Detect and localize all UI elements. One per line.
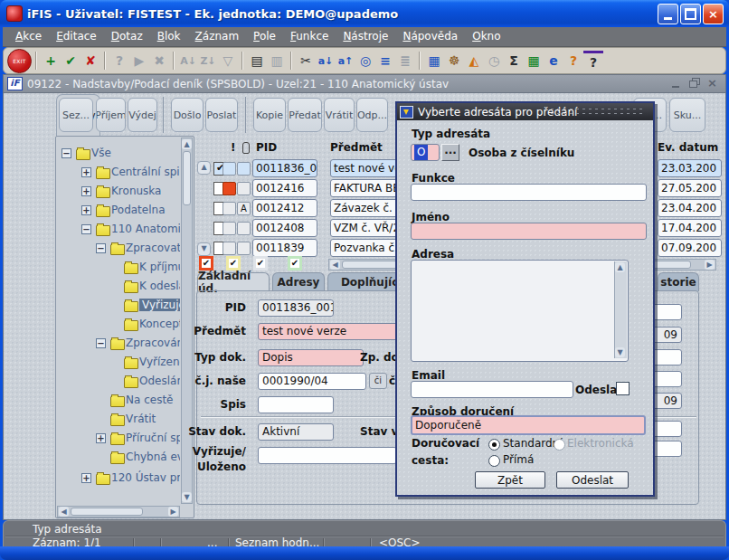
- print-setup-icon[interactable]: ▥: [267, 51, 287, 71]
- maximize-button[interactable]: [680, 4, 701, 24]
- minimize-button[interactable]: [658, 4, 678, 24]
- tree-item-vyrizeno[interactable]: Vyřízeno: [57, 355, 180, 371]
- tab-historie-partial[interactable]: storie: [658, 272, 699, 291]
- tree-item-vratit[interactable]: Vrátit: [57, 412, 180, 428]
- back-button[interactable]: Zpět: [475, 471, 545, 489]
- kopie-button[interactable]: Kopie: [253, 98, 286, 132]
- expander-icon[interactable]: +: [81, 205, 91, 215]
- sum-icon[interactable]: Σ: [504, 51, 524, 71]
- expander-icon[interactable]: +: [81, 167, 91, 177]
- cell-evdate[interactable]: 17.04.200: [658, 219, 722, 237]
- tree-item-centralni[interactable]: +Centrální spisovn: [57, 165, 180, 181]
- cell-evdate[interactable]: 07.09.200: [658, 239, 722, 257]
- hierarchy-icon[interactable]: ≣: [395, 51, 415, 71]
- menu-zaznam[interactable]: Záznam: [188, 27, 247, 46]
- cut-icon[interactable]: ✂: [296, 51, 316, 71]
- filter-green-checkbox[interactable]: ✔: [288, 256, 302, 271]
- delete-record-icon[interactable]: ✘: [80, 51, 100, 71]
- cell-evdate[interactable]: 27.05.200: [658, 179, 722, 197]
- scroll-right-icon[interactable]: ▶: [168, 507, 178, 517]
- tree-item-zpracovano[interactable]: −Zpracováno: [57, 336, 180, 352]
- tree-item-vyrizuje[interactable]: Vyřizuje: [57, 298, 180, 314]
- cj-field[interactable]: 0001990/04: [258, 373, 366, 390]
- hint-lamp-icon[interactable]: ◭: [464, 51, 484, 71]
- vyrizuje-field[interactable]: [258, 447, 397, 464]
- sez-button[interactable]: Sez...: [59, 98, 93, 132]
- menu-dotaz[interactable]: Dotaz: [104, 27, 150, 46]
- delivery-field[interactable]: Doporučeně: [411, 415, 646, 435]
- copy-up-icon[interactable]: a↑: [336, 51, 355, 71]
- sort-asc-icon[interactable]: A↓: [178, 51, 198, 71]
- expander-icon[interactable]: −: [81, 224, 91, 234]
- tree-item-120-ustav[interactable]: +120 Ústav pro hi: [57, 470, 180, 487]
- cell-pid[interactable]: 0011839: [252, 239, 317, 257]
- vydej-button[interactable]: Výdej: [128, 98, 157, 132]
- mdi-close-icon[interactable]: ×: [706, 78, 718, 89]
- predat-button[interactable]: Předat: [288, 98, 322, 132]
- zoom-icon[interactable]: ◎: [355, 51, 375, 71]
- menu-napoveda[interactable]: Nápověda: [395, 27, 465, 46]
- scroll-down-icon[interactable]: ▼: [615, 347, 625, 357]
- vratit-button[interactable]: Vrátit: [324, 98, 355, 132]
- tree-item-zpracovat[interactable]: −Zpracovat: [57, 241, 180, 257]
- mdi-minimize-icon[interactable]: [670, 78, 682, 89]
- spis-field[interactable]: [258, 396, 334, 413]
- scroll-up-icon[interactable]: ▲: [615, 262, 625, 272]
- commit-record-icon[interactable]: ✔: [61, 51, 80, 71]
- tree-item-na-ceste[interactable]: Na cestě: [57, 393, 180, 409]
- cell-evdate[interactable]: 23.03.200: [658, 159, 722, 177]
- close-button[interactable]: ×: [703, 4, 724, 24]
- scroll-up-icon[interactable]: ▲: [182, 139, 192, 149]
- menu-editace[interactable]: Editace: [49, 27, 104, 46]
- insert-record-icon[interactable]: +: [41, 51, 61, 71]
- menu-okno[interactable]: Okno: [465, 27, 507, 46]
- scroll-left-icon[interactable]: ◀: [59, 507, 69, 517]
- email-field[interactable]: [411, 381, 573, 398]
- filter-red-checkbox[interactable]: ✔: [199, 256, 213, 271]
- record-down-button[interactable]: ▼: [197, 242, 211, 256]
- dialog-titlebar[interactable]: Vyberte adresáta pro předání: [397, 103, 653, 120]
- tree-item-odeslano[interactable]: Odesláno: [57, 374, 180, 390]
- menu-nastroje[interactable]: Nástroje: [336, 27, 395, 46]
- browser-icon[interactable]: e: [544, 51, 563, 71]
- scroll-right-icon[interactable]: ▶: [705, 260, 715, 270]
- jmeno-field[interactable]: [411, 223, 647, 240]
- scroll-down-icon[interactable]: ▼: [182, 492, 192, 502]
- tree-item-k-odeslani[interactable]: K odeslán: [57, 279, 180, 295]
- mdi-restore-icon[interactable]: [688, 78, 700, 89]
- copy-down-icon[interactable]: a↓: [316, 51, 336, 71]
- tree-item-chybna-evidence[interactable]: Chybná evide: [57, 450, 180, 466]
- tree-item-prirucni-spisovna[interactable]: +Příruční spiso: [57, 431, 180, 447]
- exit-button[interactable]: EXIT: [7, 49, 32, 73]
- help-icon[interactable]: ?: [563, 51, 583, 71]
- sort-desc-icon[interactable]: Z↓: [198, 51, 218, 71]
- expander-icon[interactable]: +: [81, 473, 91, 483]
- cell-pid[interactable]: 0012408: [252, 219, 317, 237]
- adresa-textarea[interactable]: ▲ ▼: [411, 260, 629, 362]
- send-button[interactable]: Odeslat: [556, 471, 629, 489]
- odp-button[interactable]: Odp...: [356, 98, 388, 132]
- execute-query-icon[interactable]: ▶: [129, 51, 149, 71]
- record-up-button[interactable]: ▲: [197, 161, 211, 175]
- menu-akce[interactable]: Akce: [8, 27, 49, 46]
- list-icon[interactable]: ≡: [375, 51, 395, 71]
- navigator-wheel-icon[interactable]: ☸: [444, 51, 464, 71]
- tree-item-k-prijmu[interactable]: K příjmu: [57, 260, 180, 276]
- filter-yellow-checkbox[interactable]: ✔: [226, 256, 241, 271]
- cell-pid[interactable]: 0012412: [252, 199, 317, 217]
- menu-funkce[interactable]: Funkce: [283, 27, 336, 46]
- tree-item-podatelna[interactable]: +Podatelna: [57, 203, 180, 219]
- expander-icon[interactable]: −: [62, 148, 71, 158]
- route-standard-radio[interactable]: [488, 439, 500, 451]
- clock-icon[interactable]: ◷: [484, 51, 504, 71]
- menu-blok[interactable]: Blok: [150, 27, 188, 46]
- tab-zakladni-udaje[interactable]: Základní úd.: [197, 272, 270, 291]
- detail-card-icon[interactable]: ▦: [424, 51, 444, 71]
- send-checkbox[interactable]: [616, 382, 630, 395]
- context-help-icon[interactable]: ?: [583, 51, 603, 71]
- textarea-scrollbar[interactable]: ▲ ▼: [614, 261, 627, 358]
- expander-icon[interactable]: +: [81, 186, 91, 196]
- addressee-type-field[interactable]: O: [411, 144, 440, 161]
- ci-button[interactable]: či: [369, 373, 387, 389]
- expander-icon[interactable]: +: [96, 433, 106, 443]
